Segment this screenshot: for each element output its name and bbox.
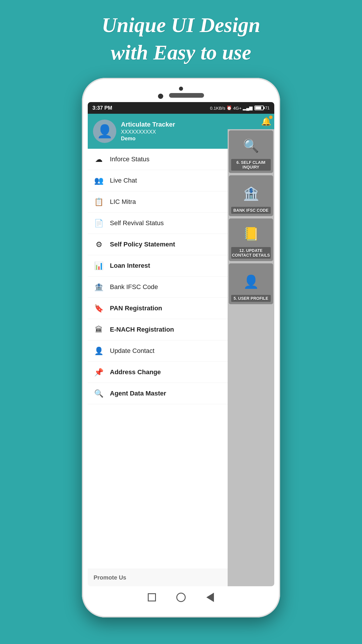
menu-icon-3: 📄 <box>94 218 104 228</box>
network-speed: 0.1KB/s <box>210 106 225 111</box>
avatar-icon: 👤 <box>97 124 113 139</box>
menu-icon-2: 📋 <box>94 197 104 207</box>
signal-bars: ▂▄▆ <box>243 105 253 111</box>
panel-card-2[interactable]: 📒 12. UPDATE CONTACT DETAILS <box>229 218 273 261</box>
menu-icon-4: ⚙ <box>94 239 104 250</box>
phone-bottom-nav <box>88 586 274 606</box>
header-title: Unique UI Design with Easy to use <box>102 12 260 66</box>
menu-item-3[interactable]: 📄 Self Revival Status <box>88 213 228 234</box>
menu-label-2: LIC Mitra <box>110 198 136 206</box>
menu-icon-7: 🔖 <box>94 303 104 314</box>
menu-icon-9: 👤 <box>94 346 104 356</box>
nav-drawer: 👤 Articulate Tracker XXXXXXXXXX Demo ☁ I… <box>88 114 228 586</box>
panel-card-3[interactable]: 👤 5. USER PROFILE <box>229 263 273 304</box>
bell-container: 🔔 <box>261 117 271 126</box>
user-info: Articulate Tracker XXXXXXXXXX Demo <box>121 121 175 142</box>
home-button[interactable] <box>146 592 158 603</box>
panel-card-label-0: 6. SELF CLAIM INQUIRY <box>231 159 271 171</box>
app-name: Articulate Tracker <box>121 121 175 128</box>
menu-label-8: E-NACH Registration <box>110 326 174 333</box>
phone-device: 3:37 PM 0.1KB/s ⏰ 4G+ ▂▄▆ 71 👤 <box>82 78 280 617</box>
camera-dot <box>179 87 183 91</box>
drawer-footer: Promote Us <box>88 569 228 586</box>
menu-label-10: Address Change <box>110 368 161 376</box>
side-panel: 🔔 🔍 6. SELF CLAIM INQUIRY 🏦 BANK IFSC CO… <box>228 114 274 586</box>
menu-label-0: Inforce Status <box>110 155 150 163</box>
menu-icon-1: 👥 <box>94 175 104 186</box>
menu-item-4[interactable]: ⚙ Self Policy Statement <box>88 234 228 255</box>
notification-badge <box>269 116 273 119</box>
drawer-header: 👤 Articulate Tracker XXXXXXXXXX Demo <box>88 114 228 149</box>
menu-label-4: Self Policy Statement <box>110 241 175 248</box>
panel-card-icon-1: 🏦 <box>231 181 271 207</box>
menu-label-1: Live Chat <box>110 177 137 184</box>
menu-label-6: Bank IFSC Code <box>110 283 158 291</box>
circle-icon <box>176 593 186 602</box>
menu-label-3: Self Revival Status <box>110 219 164 227</box>
status-time: 3:37 PM <box>92 105 112 111</box>
panel-card-icon-2: 📒 <box>231 221 271 247</box>
menu-label-5: Loan Interest <box>110 262 150 270</box>
phone-top <box>88 84 274 102</box>
menu-item-7[interactable]: 🔖 PAN Registration <box>88 298 228 319</box>
menu-item-1[interactable]: 👥 Live Chat <box>88 170 228 191</box>
menu-item-8[interactable]: 🏛 E-NACH Registration <box>88 319 228 340</box>
alarm-icon: ⏰ <box>226 105 232 111</box>
menu-icon-11: 🔍 <box>94 388 104 399</box>
menu-icon-5: 📊 <box>94 260 104 271</box>
triangle-icon <box>206 593 214 602</box>
menu-item-9[interactable]: 👤 Update Contact <box>88 340 228 362</box>
panel-card-label-2: 12. UPDATE CONTACT DETAILS <box>231 247 271 259</box>
status-right: 0.1KB/s ⏰ 4G+ ▂▄▆ 71 <box>210 105 270 111</box>
phone-screen: 3:37 PM 0.1KB/s ⏰ 4G+ ▂▄▆ 71 👤 <box>88 102 274 586</box>
menu-item-10[interactable]: 📌 Address Change <box>88 362 228 383</box>
battery-percent: 71 <box>265 106 270 110</box>
network-icon: 4G+ <box>233 106 242 111</box>
avatar: 👤 <box>93 120 116 143</box>
menu-label-7: PAN Registration <box>110 304 162 312</box>
menu-item-2[interactable]: 📋 LIC Mitra <box>88 191 228 213</box>
speaker <box>169 93 204 98</box>
front-camera <box>158 94 163 99</box>
back-button[interactable] <box>175 592 187 603</box>
user-role: Demo <box>121 136 175 142</box>
menu-label-9: Update Contact <box>110 347 154 355</box>
panel-card-0[interactable]: 🔍 6. SELF CLAIM INQUIRY <box>229 130 273 173</box>
panel-card-1[interactable]: 🏦 BANK IFSC CODE <box>229 175 273 216</box>
menu-icon-10: 📌 <box>94 367 104 377</box>
drawer-menu: ☁ Inforce Status 👥 Live Chat 📋 LIC Mitra… <box>88 149 228 569</box>
menu-item-6[interactable]: 🏦 Bank IFSC Code <box>88 276 228 298</box>
panel-card-label-3: 5. USER PROFILE <box>231 295 271 302</box>
battery-icon <box>254 106 264 110</box>
panel-card-icon-3: 👤 <box>231 269 271 295</box>
menu-item-11[interactable]: 🔍 Agent Data Master <box>88 383 228 404</box>
recent-button[interactable] <box>204 592 216 603</box>
menu-icon-8: 🏛 <box>94 324 104 335</box>
menu-icon-6: 🏦 <box>94 282 104 292</box>
username: XXXXXXXXXX <box>121 129 175 135</box>
status-bar: 3:37 PM 0.1KB/s ⏰ 4G+ ▂▄▆ 71 <box>88 102 274 114</box>
menu-item-5[interactable]: 📊 Loan Interest <box>88 255 228 276</box>
menu-label-11: Agent Data Master <box>110 390 166 397</box>
square-icon <box>148 593 156 601</box>
menu-item-0[interactable]: ☁ Inforce Status <box>88 149 228 170</box>
panel-card-label-1: BANK IFSC CODE <box>231 207 271 214</box>
side-panel-header: 🔔 <box>228 114 274 129</box>
menu-icon-0: ☁ <box>94 154 104 164</box>
promote-us-label: Promote Us <box>94 574 126 581</box>
panel-card-icon-0: 🔍 <box>231 133 271 159</box>
